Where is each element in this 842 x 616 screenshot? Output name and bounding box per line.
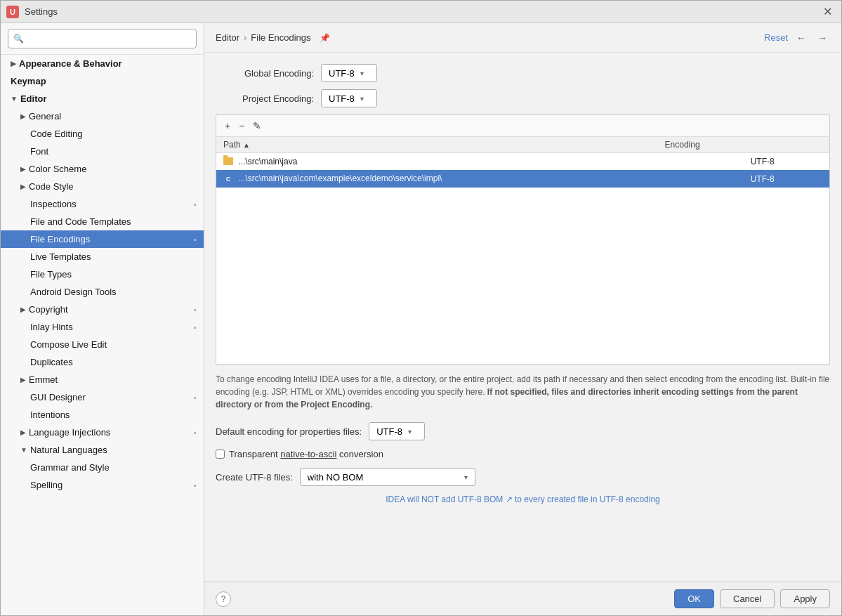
sidebar-item-file-code-templates[interactable]: File and Code Templates [1,213,204,230]
folder-icon [223,157,233,165]
chevron-icon: ▶ [20,376,26,384]
transparent-checkbox-row: Transparent native-to-ascii conversion [216,449,830,459]
bom-info-text: IDEA will NOT add UTF-8 BOM ↗ to every c… [386,494,660,504]
breadcrumb-parent[interactable]: Editor [216,32,239,43]
sidebar-item-label: File Encodings [30,234,90,244]
breadcrumb: Editor › File Encodings 📌 [216,32,764,43]
sidebar: 🔍 ▶ Appearance & Behavior Keymap ▼ Edito… [1,23,204,615]
chevron-icon: ▶ [20,165,26,173]
create-utf8-row: Create UTF-8 files: with NO BOM ▾ [216,468,830,486]
chevron-icon: ▶ [20,183,26,190]
cancel-button[interactable]: Cancel [720,589,775,608]
table-body-area: ...\src\main\java UTF-8 C ...\src\main\j… [216,153,829,364]
sidebar-item-font[interactable]: Font [1,143,204,160]
global-encoding-dropdown[interactable]: UTF-8 ▾ [321,64,377,82]
sidebar-list: ▶ Appearance & Behavior Keymap ▼ Editor … [1,55,204,615]
sidebar-item-inlay-hints[interactable]: Inlay Hints ▪ [1,318,204,336]
edit-button[interactable]: ✎ [250,119,264,133]
sidebar-item-label: Inlay Hints [30,322,73,332]
create-utf8-dropdown[interactable]: with NO BOM ▾ [300,468,475,486]
reset-button[interactable]: Reset [764,32,788,43]
sidebar-item-label: Natural Languages [30,445,107,455]
encoding-cell: UTF-8 [744,153,829,170]
svg-text:U: U [10,8,15,16]
project-encoding-row: Project Encoding: UTF-8 ▾ [216,89,830,107]
sidebar-item-emmet[interactable]: ▶ Emmet [1,371,204,388]
search-input[interactable] [8,29,197,48]
sidebar-item-label: Emmet [29,374,58,385]
pin-icon[interactable]: 📌 [320,33,330,43]
chevron-icon: ▼ [20,446,27,454]
default-encoding-row: Default encoding for properties files: U… [216,422,830,440]
sidebar-item-file-encodings[interactable]: File Encodings ▪ [1,230,204,248]
sidebar-item-inspections[interactable]: Inspections ▪ [1,195,204,213]
sidebar-item-label: Editor [20,93,47,104]
table-row[interactable]: C ...\src\main\java\com\example\exceldem… [216,170,829,188]
sidebar-item-editor[interactable]: ▼ Editor [1,90,204,107]
chevron-icon: ▼ [11,95,18,103]
path-value: ...\src\main\java [238,157,297,166]
sidebar-item-label: Inspections [30,199,77,209]
ok-button[interactable]: OK [674,589,714,608]
project-encoding-dropdown[interactable]: UTF-8 ▾ [321,89,377,107]
apply-button[interactable]: Apply [780,589,830,608]
sidebar-item-label: Spelling [30,480,63,490]
sidebar-item-natural-languages[interactable]: ▼ Natural Languages [1,441,204,459]
close-button[interactable]: ✕ [819,4,836,20]
transparent-label: Transparent native-to-ascii conversion [229,449,383,459]
sidebar-item-label: Copyright [29,304,68,315]
remove-button[interactable]: − [236,119,247,133]
sidebar-item-compose-live-edit[interactable]: Compose Live Edit [1,336,204,353]
gui-designer-badge: ▪ [194,393,197,402]
sidebar-item-keymap[interactable]: Keymap [1,72,204,90]
language-injections-badge: ▪ [194,428,197,437]
header-actions: Reset ← → [764,31,830,45]
forward-button[interactable]: → [815,31,830,45]
file-encodings-badge: ▪ [194,235,197,244]
sidebar-item-grammar-style[interactable]: Grammar and Style [1,459,204,476]
sidebar-item-label: Compose Live Edit [30,339,107,350]
default-encoding-label: Default encoding for properties files: [216,426,362,437]
encoding-column-header[interactable]: Encoding [658,137,829,153]
sidebar-item-color-scheme[interactable]: ▶ Color Scheme [1,160,204,178]
sidebar-item-code-style[interactable]: ▶ Code Style [1,178,204,195]
default-encoding-value: UTF-8 [376,426,402,437]
transparent-checkbox[interactable] [216,450,225,459]
path-cell: ...\src\main\java [216,153,744,170]
sidebar-item-copyright[interactable]: ▶ Copyright ▪ [1,301,204,318]
sidebar-item-appearance[interactable]: ▶ Appearance & Behavior [1,55,204,72]
breadcrumb-current: File Encodings [251,32,310,43]
sidebar-item-gui-designer[interactable]: GUI Designer ▪ [1,388,204,406]
transparent-underline: native-to-ascii [280,449,336,459]
back-button[interactable]: ← [794,31,809,45]
sidebar-item-label: Duplicates [30,357,73,367]
path-column-header[interactable]: Path ▲ [216,137,658,153]
sidebar-item-label: Intentions [30,409,70,420]
sidebar-item-general[interactable]: ▶ General [1,107,204,125]
title-bar: U Settings ✕ [1,1,841,23]
sidebar-item-intentions[interactable]: Intentions [1,406,204,424]
global-encoding-value: UTF-8 [329,68,355,79]
search-icon: 🔍 [13,34,24,44]
chevron-down-icon: ▾ [360,95,364,103]
help-button[interactable]: ? [216,591,231,607]
sidebar-item-language-injections[interactable]: ▶ Language Injections ▪ [1,424,204,441]
sidebar-item-label: Language Injections [29,427,110,438]
project-encoding-value: UTF-8 [329,93,355,104]
hint-text: To change encoding IntelliJ IDEA uses fo… [216,373,830,411]
path-cell: C ...\src\main\java\com\example\exceldem… [216,170,744,188]
sidebar-item-file-types[interactable]: File Types [1,266,204,283]
sidebar-item-live-templates[interactable]: Live Templates [1,248,204,266]
sidebar-item-code-editing[interactable]: Code Editing [1,125,204,143]
sidebar-item-spelling[interactable]: Spelling ▪ [1,476,204,494]
sidebar-item-android-design-tools[interactable]: Android Design Tools [1,283,204,301]
table-row[interactable]: ...\src\main\java UTF-8 [216,153,829,170]
sort-arrow-icon: ▲ [243,141,250,149]
default-encoding-dropdown[interactable]: UTF-8 ▾ [369,422,425,440]
add-button[interactable]: + [222,119,233,133]
panel-header: Editor › File Encodings 📌 Reset ← → [204,23,841,53]
sidebar-item-label: Grammar and Style [30,462,110,473]
settings-window: U Settings ✕ 🔍 ▶ Appearance & Behavior [0,0,842,616]
chevron-down-icon: ▾ [360,70,364,77]
sidebar-item-duplicates[interactable]: Duplicates [1,353,204,371]
